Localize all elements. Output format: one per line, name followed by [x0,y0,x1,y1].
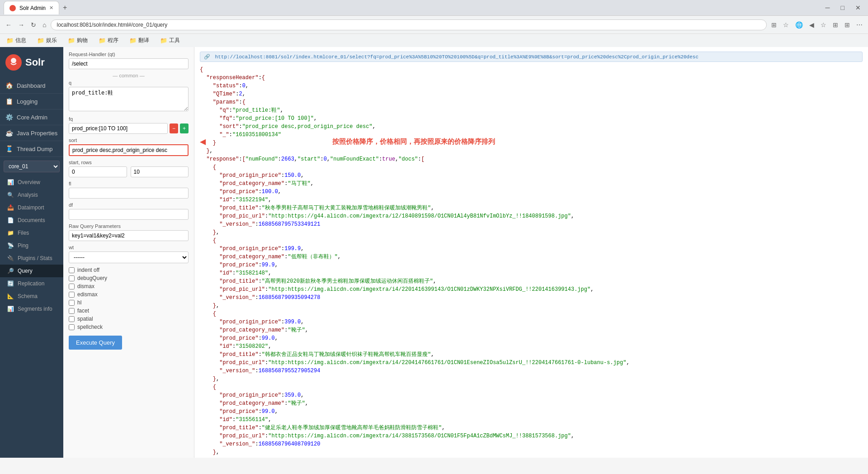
hl-checkbox[interactable] [69,300,75,306]
hl-checkbox-item[interactable]: hl [69,299,189,306]
request-handler-input[interactable] [69,58,189,69]
core-sub-label: Files [18,230,29,236]
debug-query-checkbox-item[interactable]: debugQuery [69,275,189,281]
fq-remove-button[interactable]: − [170,123,178,133]
refresh-button[interactable]: ↻ [29,19,38,30]
extensions-icon[interactable]: ⊞ [769,19,778,30]
bookmark-translate[interactable]: 📁 翻译 [127,36,152,45]
minimize-button[interactable]: ─ [822,3,834,12]
core-sub-label: Replication [18,280,44,287]
sidebar-item-files[interactable]: 📁 Files [0,227,63,239]
facet-checkbox[interactable] [69,308,75,314]
core-selector[interactable]: core_01 [4,161,60,172]
forward-button[interactable]: → [16,19,26,30]
apps-icon[interactable]: ⊞ [843,19,852,30]
fl-input[interactable] [69,188,189,199]
execute-query-button[interactable]: Execute Query [69,336,122,350]
browser-tab[interactable]: Solr Admin ✕ [4,1,59,14]
spellcheck-checkbox-item[interactable]: spellcheck [69,324,189,330]
sort-input[interactable] [70,145,188,155]
analysis-icon: 🔍 [7,192,14,198]
hl-label: hl [77,299,81,306]
browser-chrome: Solr Admin ✕ + ─ □ ✕ ← → ↻ ⌂ localhost:8… [0,0,868,47]
sidebar-item-documents[interactable]: 📄 Documents [0,214,63,227]
spatial-label: spatial [77,316,93,322]
solr-icon [5,54,22,71]
dismax-checkbox-item[interactable]: dismax [69,283,189,289]
bookmark-programs[interactable]: 📁 程序 [96,36,121,45]
folder-icon: 📁 [6,37,14,44]
tab-close-button[interactable]: ✕ [49,5,53,11]
sidebar-item-ping[interactable]: 📡 Ping [0,239,63,252]
core-sub-label: Schema [18,293,38,299]
fq-input[interactable] [69,123,168,134]
nav-bar: ← → ↻ ⌂ localhost:8081/solr/index.html#/… [0,15,868,33]
rows-input[interactable] [131,166,189,177]
bookmark-icon[interactable]: ☆ [819,19,828,30]
toolbar-icons: ⊞ ☆ 🌐 ◀ ☆ ⊞ ⊞ ⋯ [769,19,864,30]
overview-icon: 📊 [7,179,14,185]
folder-icon: 📁 [160,37,167,44]
documents-icon: 📄 [7,217,14,223]
back-button[interactable]: ← [4,19,14,30]
folder-icon: 📁 [99,37,106,44]
sidebar-item-plugins[interactable]: 🔌 Plugins / Stats [0,252,63,265]
svg-point-0 [11,58,16,63]
sidebar-item-thread-dump[interactable]: 🧵 Thread Dump [0,141,63,157]
fq-add-button[interactable]: + [180,123,189,133]
dashboard-icon: 🏠 [5,82,13,89]
dismax-checkbox[interactable] [69,284,75,289]
wt-select[interactable]: ------ json xml [69,251,189,263]
sidebar-item-label: Dashboard [17,82,46,89]
sidebar-item-segments-info[interactable]: 📊 Segments info [0,303,63,315]
indent-checkbox[interactable] [69,267,75,273]
indent-checkbox-item[interactable]: indent off [69,267,189,273]
maximize-button[interactable]: □ [837,3,848,12]
browser-logo-icon: 🌐 [793,19,805,30]
sidebar-item-analysis[interactable]: 🔍 Analysis [0,189,63,201]
spellcheck-checkbox[interactable] [69,324,75,330]
edismax-checkbox-item[interactable]: edismax [69,291,189,298]
sidebar-item-dataimport[interactable]: 📥 Dataimport [0,201,63,214]
sidebar-item-dashboard[interactable]: 🏠 Dashboard [0,78,63,94]
sidebar-item-core-admin[interactable]: ⚙️ Core Admin [0,109,63,125]
edismax-checkbox[interactable] [69,292,75,298]
query-icon: 🔎 [7,268,14,274]
debug-query-checkbox[interactable] [69,275,75,281]
folder-icon: 📁 [129,37,137,44]
sidebar-item-query[interactable]: 🔎 Query [0,265,63,277]
bookmark-info[interactable]: 📁 信息 [4,36,29,45]
start-rows-group: start, rows [69,160,189,177]
bookmark-tools[interactable]: 📁 工具 [157,36,183,45]
content-area: Request-Handler (qt) — common — q fq − +… [63,47,868,458]
star-icon[interactable]: ☆ [781,19,791,30]
sidebar-item-logging[interactable]: 📋 Logging [0,94,63,109]
more-icon[interactable]: ⋯ [854,19,864,30]
home-button[interactable]: ⌂ [41,19,48,30]
sidebar-item-schema[interactable]: 📐 Schema [0,290,63,303]
q-input[interactable] [69,87,189,111]
facet-checkbox-item[interactable]: facet [69,308,189,314]
close-button[interactable]: ✕ [852,3,864,12]
bookmark-entertainment[interactable]: 📁 娱乐 [34,36,60,45]
sidebar-item-label: Logging [17,98,38,105]
sidebar-logo: Solr [0,47,63,78]
collections-icon[interactable]: ⊞ [831,19,840,30]
address-bar[interactable]: localhost:8081/solr/index.html#/core_01/… [51,19,767,30]
sidebar: Solr 🏠 Dashboard 📋 Logging ⚙️ Core Admin… [0,47,63,458]
sidebar-item-java-properties[interactable]: ☕ Java Properties [0,125,63,141]
bookmark-label: 购物 [77,37,88,44]
sidebar-item-overview[interactable]: 📊 Overview [0,176,63,189]
start-input[interactable] [69,166,127,177]
start-rows-label: start, rows [69,160,189,165]
spatial-checkbox[interactable] [69,316,75,322]
df-input[interactable] [69,209,189,220]
profile-icon[interactable]: ◀ [807,19,816,30]
raw-query-input[interactable] [69,230,189,241]
spatial-checkbox-item[interactable]: spatial [69,316,189,322]
new-tab-button[interactable]: + [59,2,71,14]
dismax-label: dismax [77,283,94,289]
fq-wrapper: − + [69,123,189,134]
sidebar-item-replication[interactable]: 🔄 Replication [0,277,63,290]
bookmark-shopping[interactable]: 📁 购物 [65,36,90,45]
